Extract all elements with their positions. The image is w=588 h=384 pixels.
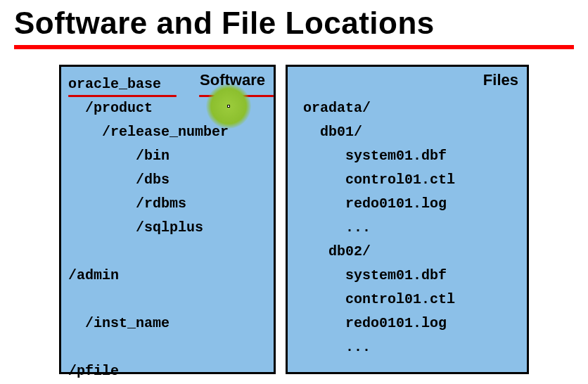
- tree-line: /inst_name: [68, 312, 267, 335]
- tree-line: /bin: [68, 144, 267, 168]
- tree-line: redo0101.log: [295, 192, 520, 216]
- tree-line: /release_number: [68, 120, 267, 144]
- tree-line: db01/: [295, 120, 520, 144]
- tree-line: /rdbms: [68, 192, 267, 216]
- panels-container: Software oracle_base /product /release_n…: [0, 49, 588, 374]
- tree-line: /dbs: [68, 168, 267, 192]
- tree-line: /sqlplus: [68, 216, 267, 240]
- tree-line: [68, 335, 267, 359]
- files-panel-label: Files: [483, 71, 518, 89]
- tree-line: redo0101.log: [295, 312, 520, 335]
- software-panel: Software oracle_base /product /release_n…: [59, 65, 276, 374]
- tree-line: [68, 288, 267, 312]
- tree-line: ...: [295, 335, 520, 359]
- tree-line: system01.dbf: [295, 264, 520, 288]
- tree-line: control01.ctl: [295, 288, 520, 312]
- tree-line: system01.dbf: [295, 144, 520, 168]
- tree-line: db02/: [295, 240, 520, 264]
- underline-mark-icon: [68, 95, 177, 97]
- files-panel: Files oradata/ db01/ system01.dbf contro…: [286, 65, 529, 374]
- tree-line: [68, 240, 267, 264]
- tree-line: /pfile: [68, 359, 267, 383]
- tree-line: oradata/: [295, 96, 520, 120]
- tree-line: control01.ctl: [295, 168, 520, 192]
- tree-line: /product: [68, 96, 267, 120]
- tree-line: ...: [295, 216, 520, 240]
- software-panel-label: Software: [200, 71, 265, 89]
- underline-mark-icon: [199, 95, 274, 97]
- cursor-dot-icon: [227, 105, 230, 108]
- page-title: Software and File Locations: [0, 0, 588, 42]
- tree-line: /admin: [68, 264, 267, 288]
